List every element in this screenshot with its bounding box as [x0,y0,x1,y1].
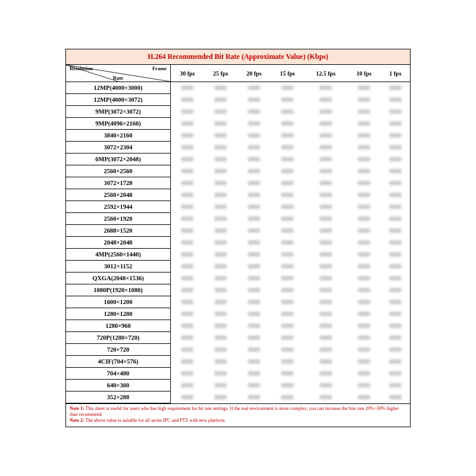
value-cell: 0000 [304,177,347,189]
resolution-cell: 3072×2304 [66,142,171,154]
value-cell: 0000 [237,368,271,380]
value-cell: 0000 [204,261,237,273]
value-cell: 0000 [347,177,381,189]
value-cell: 0000 [271,380,304,392]
resolution-cell: 2560×1920 [66,213,171,225]
value-cell: 0000 [171,213,204,225]
value-cell: 0000 [271,249,304,261]
value-cell: 0000 [237,392,271,403]
value-cell: 0000 [171,273,204,284]
value-cell: 0000 [171,94,204,106]
value-cell: 0000 [304,296,347,308]
value-cell: 0000 [271,344,304,356]
value-cell: 0000 [171,296,204,308]
table-row: 9MP(3072×3072)00000000000000000000000000… [66,106,410,118]
resolution-cell: 6MP(3072×2048) [66,154,171,165]
table-row: 1080P(1920×1080)000000000000000000000000… [66,284,410,296]
value-cell: 0000 [381,130,410,142]
value-cell: 0000 [271,213,304,225]
notes: Note 1: This sheet is useful for users w… [66,403,410,427]
value-cell: 0000 [304,165,347,177]
value-cell: 0000 [237,332,271,344]
col-header: 15 fps [271,65,304,82]
value-cell: 0000 [237,308,271,320]
value-cell: 0000 [271,308,304,320]
value-cell: 0000 [381,332,410,344]
value-cell: 0000 [204,332,237,344]
value-cell: 0000 [271,284,304,296]
value-cell: 0000 [347,344,381,356]
value-cell: 0000 [171,320,204,332]
corner-cell: Resolution Frame Rate [66,65,171,82]
value-cell: 0000 [271,296,304,308]
value-cell: 0000 [271,106,304,118]
table-row: 6MP(3072×2048)00000000000000000000000000… [66,154,410,165]
col-header: 20 fps [237,65,271,82]
value-cell: 0000 [204,308,237,320]
col-header: 12.5 fps [304,65,347,82]
corner-label-rate: Rate [113,75,123,81]
table-row: 1280×9600000000000000000000000000000 [66,320,410,332]
value-cell: 0000 [304,320,347,332]
value-cell: 0000 [237,273,271,284]
value-cell: 0000 [171,177,204,189]
table-row: 1280×12800000000000000000000000000000 [66,308,410,320]
resolution-cell: 9MP(4096×2160) [66,118,171,130]
resolution-cell: 3840×2160 [66,130,171,142]
resolution-cell: 1600×1200 [66,296,171,308]
value-cell: 0000 [381,201,410,213]
table-row: 720×7200000000000000000000000000000 [66,344,410,356]
value-cell: 0000 [237,320,271,332]
sheet-title: H.264 Recommended Bit Rate (Approximate … [66,49,410,65]
value-cell: 0000 [347,154,381,165]
value-cell: 0000 [204,356,237,368]
value-cell: 0000 [171,189,204,201]
value-cell: 0000 [237,296,271,308]
value-cell: 0000 [171,284,204,296]
table-row: 3012×11520000000000000000000000000000 [66,261,410,273]
value-cell: 0000 [171,237,204,249]
value-cell: 0000 [304,82,347,94]
value-cell: 0000 [304,273,347,284]
value-cell: 0000 [347,106,381,118]
table-row: 720P(1280×720)00000000000000000000000000… [66,332,410,344]
resolution-cell: 704×480 [66,368,171,380]
value-cell: 0000 [204,213,237,225]
value-cell: 0000 [381,380,410,392]
value-cell: 0000 [171,154,204,165]
value-cell: 0000 [171,82,204,94]
col-header: 25 fps [204,65,237,82]
value-cell: 0000 [381,225,410,237]
value-cell: 0000 [347,356,381,368]
value-cell: 0000 [381,118,410,130]
resolution-cell: QXGA(2048×1536) [66,273,171,284]
value-cell: 0000 [171,106,204,118]
value-cell: 0000 [347,82,381,94]
value-cell: 0000 [171,225,204,237]
value-cell: 0000 [271,356,304,368]
table-header-row: Resolution Frame Rate 30 fps 25 fps 20 f… [66,65,410,82]
value-cell: 0000 [237,201,271,213]
value-cell: 0000 [271,118,304,130]
value-cell: 0000 [271,237,304,249]
value-cell: 0000 [381,273,410,284]
resolution-cell: 2592×1944 [66,201,171,213]
value-cell: 0000 [204,130,237,142]
value-cell: 0000 [237,94,271,106]
resolution-cell: 4MP(2560×1440) [66,249,171,261]
value-cell: 0000 [204,237,237,249]
value-cell: 0000 [171,261,204,273]
bitrate-sheet: H.264 Recommended Bit Rate (Approximate … [65,49,411,427]
value-cell: 0000 [204,82,237,94]
value-cell: 0000 [271,189,304,201]
value-cell: 0000 [204,177,237,189]
table-row: 12MP(4000×3072)0000000000000000000000000… [66,94,410,106]
value-cell: 0000 [304,308,347,320]
value-cell: 0000 [304,344,347,356]
bitrate-table: Resolution Frame Rate 30 fps 25 fps 20 f… [66,65,410,403]
resolution-cell: 2560×2560 [66,165,171,177]
value-cell: 0000 [237,106,271,118]
value-cell: 0000 [171,201,204,213]
table-row: QXGA(2048×1536)0000000000000000000000000… [66,273,410,284]
value-cell: 0000 [237,189,271,201]
